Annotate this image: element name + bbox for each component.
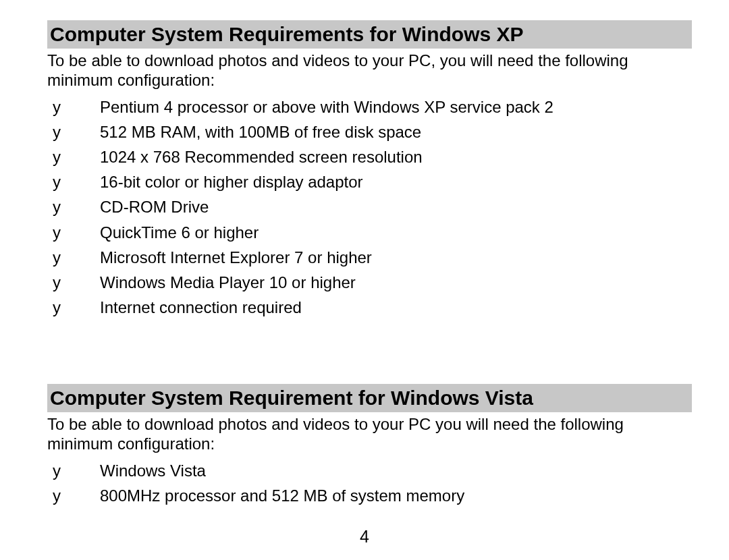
list-item: y 512 MB RAM, with 100MB of free disk sp…	[47, 119, 692, 144]
section-xp: Computer System Requirements for Windows…	[47, 20, 692, 320]
section-heading: Computer System Requirements for Windows…	[47, 20, 692, 49]
list-item: y 16-bit color or higher display adaptor	[47, 169, 692, 194]
list-item: y Windows Vista	[47, 458, 692, 483]
bullet-char: y	[47, 144, 100, 169]
bullet-char: y	[47, 119, 100, 144]
item-text: 512 MB RAM, with 100MB of free disk spac…	[100, 119, 692, 144]
list-item: y Microsoft Internet Explorer 7 or highe…	[47, 245, 692, 270]
bullet-char: y	[47, 458, 100, 483]
list-item: y Windows Media Player 10 or higher	[47, 270, 692, 295]
item-text: Microsoft Internet Explorer 7 or higher	[100, 245, 692, 270]
list-item: y 1024 x 768 Recommended screen resoluti…	[47, 144, 692, 169]
item-text: Internet connection required	[100, 295, 692, 320]
bullet-char: y	[47, 483, 100, 508]
bullet-char: y	[47, 194, 100, 219]
item-text: QuickTime 6 or higher	[100, 220, 692, 245]
list-item: y CD-ROM Drive	[47, 194, 692, 219]
bullet-char: y	[47, 220, 100, 245]
item-text: Windows Media Player 10 or higher	[100, 270, 692, 295]
bullet-char: y	[47, 94, 100, 119]
section-heading: Computer System Requirement for Windows …	[47, 384, 692, 412]
item-text: 800MHz processor and 512 MB of system me…	[100, 483, 692, 508]
section-spacer	[47, 320, 692, 384]
requirements-list: y Windows Vista y 800MHz processor and 5…	[47, 458, 692, 508]
document-page: Computer System Requirements for Windows…	[0, 0, 729, 508]
item-text: CD-ROM Drive	[100, 194, 692, 219]
item-text: 1024 x 768 Recommended screen resolution	[100, 144, 692, 169]
bullet-char: y	[47, 245, 100, 270]
item-text: 16-bit color or higher display adaptor	[100, 169, 692, 194]
requirements-list: y Pentium 4 processor or above with Wind…	[47, 94, 692, 320]
section-intro: To be able to download photos and videos…	[47, 51, 692, 90]
section-intro: To be able to download photos and videos…	[47, 415, 692, 454]
list-item: y QuickTime 6 or higher	[47, 220, 692, 245]
section-vista: Computer System Requirement for Windows …	[47, 384, 692, 508]
list-item: y Pentium 4 processor or above with Wind…	[47, 94, 692, 119]
bullet-char: y	[47, 295, 100, 320]
item-text: Pentium 4 processor or above with Window…	[100, 94, 692, 119]
bullet-char: y	[47, 270, 100, 295]
list-item: y 800MHz processor and 512 MB of system …	[47, 483, 692, 508]
page-number: 4	[0, 527, 729, 547]
bullet-char: y	[47, 169, 100, 194]
item-text: Windows Vista	[100, 458, 692, 483]
list-item: y Internet connection required	[47, 295, 692, 320]
